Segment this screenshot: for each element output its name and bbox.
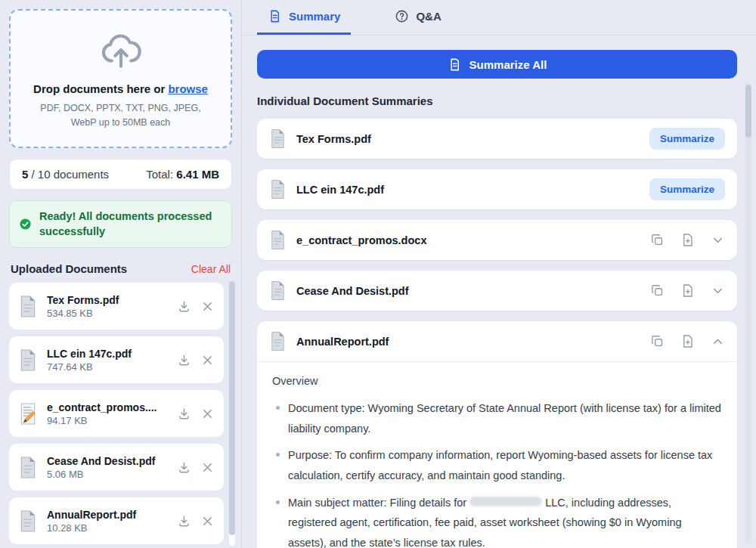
upload-dropzone[interactable]: Drop documents here or browse PDF, DOCX,… (9, 9, 232, 148)
summary-bullets: Document type: Wyoming Secretary of Stat… (272, 398, 722, 548)
summary-row-header[interactable]: e_contract_promos.docx (257, 220, 737, 260)
chevron-down-icon (711, 233, 725, 247)
tab-qa-label: Q&A (416, 10, 441, 23)
tab-summary[interactable]: Summary (257, 0, 351, 35)
uploaded-document-item: Tex Forms.pdf 534.85 KB (9, 283, 224, 330)
export-summary-button[interactable] (680, 283, 695, 298)
question-circle-icon (395, 9, 409, 23)
download-icon (177, 299, 191, 314)
browse-link[interactable]: browse (168, 82, 208, 95)
summary-row-header[interactable]: Tex Forms.pdf Summarize (257, 119, 737, 159)
copy-icon (650, 283, 665, 298)
row-icon-group (650, 334, 725, 348)
copy-summary-button[interactable] (650, 283, 665, 298)
summary-row-header[interactable]: AnnualReport.pdf (257, 321, 737, 361)
document-name: Cease And Desist.pdf (296, 285, 640, 297)
summary-row: e_contract_promos.docx (257, 220, 737, 260)
download-icon (177, 353, 191, 367)
summaries-list: Tex Forms.pdf Summarize LLC ein 147c.pdf… (257, 119, 737, 548)
download-document-button[interactable] (177, 407, 191, 421)
collapse-toggle-button[interactable] (711, 334, 725, 348)
export-summary-button[interactable] (680, 334, 695, 348)
pdf-file-icon (269, 331, 287, 351)
summarize-button[interactable]: Summarize (649, 128, 725, 150)
tab-summary-label: Summary (289, 10, 340, 23)
redacted-text (469, 497, 542, 506)
uploaded-document-item: AnnualReport.pdf 10.28 KB (9, 497, 224, 544)
copy-icon (650, 233, 665, 247)
summarize-all-label: Summarize All (469, 58, 547, 71)
total-size: Total: 6.41 MB (146, 168, 219, 181)
summary-row: Cease And Desist.pdf (257, 271, 737, 311)
download-document-button[interactable] (177, 514, 191, 528)
summarize-button[interactable]: Summarize (649, 178, 725, 200)
section-title: Individual Document Summaries (257, 94, 737, 107)
sidebar-scrollbar[interactable] (229, 281, 235, 546)
summary-row: LLC ein 147c.pdf Summarize (257, 169, 737, 209)
close-icon (200, 460, 215, 475)
download-document-button[interactable] (177, 460, 191, 475)
collapse-toggle-button[interactable] (711, 233, 725, 247)
summary-bullet: Document type: Wyoming Secretary of Stat… (288, 398, 722, 438)
close-icon (200, 514, 215, 528)
remove-document-button[interactable] (200, 460, 215, 475)
uploaded-documents-list: Tex Forms.pdf 534.85 KB LLC ein 147c.pdf… (9, 283, 224, 544)
pdf-file-icon (269, 280, 287, 301)
copy-summary-button[interactable] (650, 233, 665, 247)
sidebar-scrollbar-thumb[interactable] (229, 281, 235, 535)
document-icon (448, 57, 462, 72)
check-circle-icon (19, 218, 32, 231)
tab-qa[interactable]: Q&A (384, 0, 451, 35)
document-name: AnnualReport.pdf (296, 336, 640, 348)
tab-bar: Summary Q&A (242, 0, 756, 36)
document-size: 5.06 MB (47, 469, 168, 480)
document-size: 534.85 KB (47, 308, 168, 319)
clear-all-button[interactable]: Clear All (191, 263, 231, 275)
summary-bullet: Main subject matter: Filing details for … (288, 493, 722, 548)
docx-file-icon (18, 402, 38, 426)
main-scrollbar[interactable] (745, 83, 751, 543)
close-icon (200, 353, 215, 367)
summary-row-header[interactable]: Cease And Desist.pdf (257, 271, 737, 311)
row-icon-group (650, 283, 725, 298)
file-plus-icon (680, 334, 695, 348)
copy-icon (650, 334, 665, 348)
status-message: Ready! All documents processed successfu… (39, 209, 222, 239)
remove-document-button[interactable] (200, 299, 215, 314)
uploaded-document-item: LLC ein 147c.pdf 747.64 KB (9, 336, 224, 383)
download-icon (177, 514, 191, 528)
remove-document-button[interactable] (200, 407, 215, 421)
summary-body: Overview Document type: Wyoming Secretar… (257, 361, 737, 548)
main-panel: Summary Q&A Summarize All Individual Doc… (242, 0, 756, 548)
document-count: 5 / 10 documents (22, 168, 109, 181)
uploaded-document-item: e_contract_promos.... 94.17 KB (9, 390, 224, 437)
document-counter: 5 / 10 documents Total: 6.41 MB (9, 159, 232, 190)
remove-document-button[interactable] (200, 353, 215, 367)
copy-summary-button[interactable] (650, 334, 665, 348)
close-icon (200, 407, 215, 421)
collapse-toggle-button[interactable] (711, 283, 725, 298)
remove-document-button[interactable] (200, 514, 215, 528)
download-document-button[interactable] (177, 299, 191, 314)
download-document-button[interactable] (177, 353, 191, 367)
pdf-file-icon (18, 295, 38, 318)
pdf-file-icon (269, 179, 287, 200)
uploaded-documents-title: Uploaded Documents (11, 262, 127, 275)
pdf-file-icon (269, 230, 287, 250)
uploaded-document-item: Cease And Desist.pdf 5.06 MB (9, 444, 224, 491)
upload-instruction: Drop documents here or browse (33, 82, 208, 95)
export-summary-button[interactable] (680, 233, 695, 247)
document-name: LLC ein 147c.pdf (47, 348, 168, 360)
document-name: LLC ein 147c.pdf (296, 184, 640, 196)
close-icon (200, 299, 215, 314)
overview-title: Overview (272, 375, 722, 387)
uploaded-documents-header: Uploaded Documents Clear All (11, 262, 231, 275)
cloud-upload-icon (99, 28, 143, 72)
summary-row-header[interactable]: LLC ein 147c.pdf Summarize (257, 169, 737, 209)
document-icon (268, 9, 282, 23)
summary-bullet: Purpose: To confirm company information,… (288, 445, 722, 485)
chevron-up-icon (711, 334, 725, 348)
document-name: Cease And Desist.pdf (47, 455, 168, 467)
main-scrollbar-thumb[interactable] (745, 85, 751, 138)
summarize-all-button[interactable]: Summarize All (257, 50, 737, 79)
